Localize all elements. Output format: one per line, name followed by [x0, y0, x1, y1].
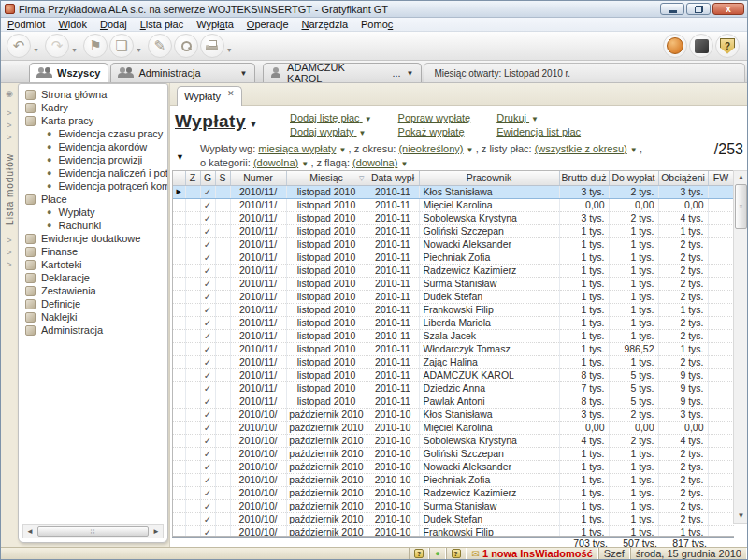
edit-button[interactable]: ✎	[148, 34, 172, 58]
chevron-down-icon[interactable]: ▼	[365, 115, 372, 123]
nav-back-button[interactable]: ↶	[7, 34, 31, 58]
chevron-down-icon[interactable]: ▼	[338, 146, 348, 154]
insmail-message[interactable]: ✉ 1 nowa InsWiadomość	[467, 548, 598, 559]
column-header-g[interactable]: G	[200, 171, 215, 185]
scroll-right-icon[interactable]: ►	[150, 527, 163, 536]
menu-lista-płac[interactable]: Lista płac	[134, 19, 190, 30]
modules-button[interactable]	[689, 34, 713, 58]
scrollbar-thumb[interactable]: ≡	[735, 184, 747, 229]
chevron-down-icon[interactable]: ▼	[630, 146, 640, 154]
search-button[interactable]	[174, 34, 198, 58]
sidebar-item-deklaracje[interactable]: Deklaracje	[19, 271, 167, 284]
sidebar-subitem-ewidencja-naliczeń-i-potrąceń[interactable]: ●Ewidencja naliczeń i potrąceń	[19, 166, 167, 179]
action-link-dodaj-listę-płac[interactable]: Dodaj listę płac ▼	[290, 112, 372, 126]
chevron-right-icon[interactable]: >	[7, 247, 11, 259]
table-row[interactable]: ✓2010/11/listopad 20102010-11Nowacki Ale…	[173, 237, 734, 251]
print-button[interactable]	[200, 34, 224, 58]
close-tab-icon[interactable]: ✕	[227, 89, 235, 98]
chevron-down-icon[interactable]: ▼	[301, 160, 310, 168]
sidebar-subitem-ewidencja-prowizji[interactable]: ●Ewidencja prowizji	[19, 153, 167, 166]
tab-wszyscy[interactable]: Wszyscy	[29, 63, 108, 82]
sidebar-item-zestawienia[interactable]: Zestawienia	[19, 284, 167, 297]
scrollbar-thumb[interactable]: ⁞⁞	[37, 526, 149, 537]
chevron-down-icon[interactable]: ▼	[407, 69, 414, 78]
chevron-right-icon[interactable]: >	[7, 120, 11, 132]
chevron-down-icon[interactable]: ▼	[400, 160, 408, 168]
table-row[interactable]: ✓2010/11/listopad 20102010-11Frankowski …	[173, 303, 734, 316]
restore-button[interactable]	[686, 3, 711, 15]
new-document-dropdown-icon[interactable]: ▼	[136, 47, 142, 53]
tab-wyplaty-document[interactable]: Wypłaty ✕	[177, 86, 242, 106]
column-header-z[interactable]: Z	[185, 171, 200, 185]
table-row[interactable]: ✓2010/11/listopad 20102010-11Mięciel Kar…	[173, 198, 734, 211]
table-row[interactable]: ✓2010/10/październik 20102010-10Frankows…	[173, 525, 734, 537]
sidebar-item-płace[interactable]: Płace	[19, 193, 167, 206]
table-row[interactable]: ✓2010/11/listopad 20102010-11Piechniak Z…	[173, 251, 734, 264]
menu-operacje[interactable]: Operacje	[240, 19, 295, 30]
page-title[interactable]: Wypłaty▼	[175, 111, 258, 132]
tab-administracja[interactable]: Administracja ▼	[110, 63, 255, 82]
action-link-ewidencja-list-płac[interactable]: Ewidencja list płac	[496, 126, 581, 140]
help-status-button[interactable]: ?	[409, 548, 429, 559]
table-row[interactable]: ✓2010/10/październik 20102010-10Dudek St…	[173, 512, 734, 525]
filter-value-dowolna[interactable]: (dowolna)	[253, 157, 298, 168]
table-row[interactable]: ✓2010/10/październik 20102010-10Nowacki …	[173, 460, 734, 473]
action-link-pokaż-wypłatę[interactable]: Pokaż wypłatę	[398, 126, 471, 140]
menu-widok[interactable]: Widok	[51, 19, 94, 30]
sidebar-item-kadry[interactable]: Kadry	[19, 101, 167, 114]
menu-podmiot[interactable]: Podmiot	[1, 19, 51, 30]
action-link-popraw-wypłatę[interactable]: Popraw wypłatę	[398, 112, 471, 126]
filter-value-wszystkiezokresu[interactable]: (wszystkie z okresu)	[535, 143, 627, 154]
table-row[interactable]: ✓2010/11/listopad 20102010-11Dziedzic An…	[173, 381, 734, 395]
sidebar-item-kartoteki[interactable]: Kartoteki	[19, 258, 167, 271]
close-button[interactable]: x	[712, 3, 744, 15]
sidebar-subitem-ewidencja-potrąceń-komorni[interactable]: ●Ewidencja potrąceń komorni	[19, 179, 167, 193]
chevron-down-icon[interactable]: ▼	[359, 129, 367, 137]
nav-forward-button[interactable]: ↷	[45, 34, 69, 58]
sidebar-item-definicje[interactable]: Definicje	[19, 297, 167, 310]
column-header-s[interactable]: S	[215, 171, 230, 185]
sidebar-item-strona-główna[interactable]: Strona główna	[19, 88, 167, 101]
help-status-button-2[interactable]: ?	[446, 548, 467, 559]
sidebar-subitem-rachunki[interactable]: ●Rachunki	[19, 219, 167, 232]
flag-button[interactable]: ⚑	[83, 34, 108, 58]
table-row[interactable]: ✓2010/10/październik 20102010-10Mięciel …	[173, 421, 734, 434]
chevron-right-icon[interactable]: >	[7, 108, 11, 120]
sidebar-subitem-ewidencja-czasu-pracy[interactable]: ●Ewidencja czasu pracy	[19, 127, 167, 140]
filter-value-dowolna[interactable]: (dowolna)	[352, 157, 397, 168]
pin-icon[interactable]: ◉	[6, 89, 13, 98]
sidebar-item-finanse[interactable]: Finanse	[19, 245, 167, 258]
action-link-dodaj-wypłaty[interactable]: Dodaj wypłaty ▼	[290, 126, 372, 140]
sidebar-subitem-ewidencja-akordów[interactable]: ●Ewidencja akordów	[19, 140, 167, 153]
chevron-down-icon[interactable]: ▼	[240, 69, 248, 78]
insmail-button[interactable]	[663, 34, 687, 58]
title-dropdown-icon[interactable]: ▼	[249, 119, 258, 129]
table-row[interactable]: ✓2010/11/listopad 20102010-11Liberda Mar…	[173, 316, 734, 329]
column-header-fw[interactable]: FW	[708, 171, 734, 185]
column-header-selector[interactable]	[173, 171, 185, 185]
minimize-button[interactable]	[660, 3, 684, 15]
table-row[interactable]: ▶✓2010/11/listopad 20102010-11Kłos Stani…	[173, 185, 734, 198]
column-header-numer[interactable]: Numer	[230, 171, 286, 185]
column-header-data-wypł[interactable]: Data wypł	[367, 171, 419, 185]
sidebar-subitem-wypłaty[interactable]: ●Wypłaty	[19, 206, 167, 219]
menu-wypłata[interactable]: Wypłata	[190, 19, 240, 30]
nav-forward-dropdown-icon[interactable]: ▼	[71, 47, 78, 53]
table-row[interactable]: ✓2010/11/listopad 20102010-11Goliński Sz…	[173, 224, 734, 237]
table-row[interactable]: ✓2010/11/listopad 20102010-11Sobolewska …	[173, 211, 734, 224]
menu-pomoc[interactable]: Pomoc	[354, 19, 399, 30]
column-header-pracownik[interactable]: Pracownik	[419, 171, 559, 185]
nav-back-dropdown-icon[interactable]: ▼	[33, 47, 39, 53]
table-row[interactable]: ✓2010/11/listopad 20102010-11Dudek Stefa…	[173, 290, 734, 303]
sidebar-item-administracja[interactable]: Administracja	[19, 323, 167, 337]
scroll-left-icon[interactable]: ◄	[23, 527, 36, 536]
sidebar-item-ewidencje-dodatkowe[interactable]: Ewidencje dodatkowe	[19, 232, 167, 245]
table-row[interactable]: ✓2010/10/październik 20102010-10Radzewic…	[173, 486, 734, 499]
filter-value-miesiącawypłaty[interactable]: miesiąca wypłaty	[258, 143, 336, 154]
menu-dodaj[interactable]: Dodaj	[94, 19, 134, 30]
sidebar-horizontal-scrollbar[interactable]: ◄ ⁞⁞ ►	[22, 524, 164, 538]
table-row[interactable]: ✓2010/10/październik 20102010-10Kłos Sta…	[173, 408, 734, 421]
scroll-down-icon[interactable]: ▼	[738, 510, 745, 523]
chevron-right-icon[interactable]: >	[7, 132, 11, 144]
table-vertical-scrollbar[interactable]: ▲ ≡ ▼	[733, 170, 748, 524]
